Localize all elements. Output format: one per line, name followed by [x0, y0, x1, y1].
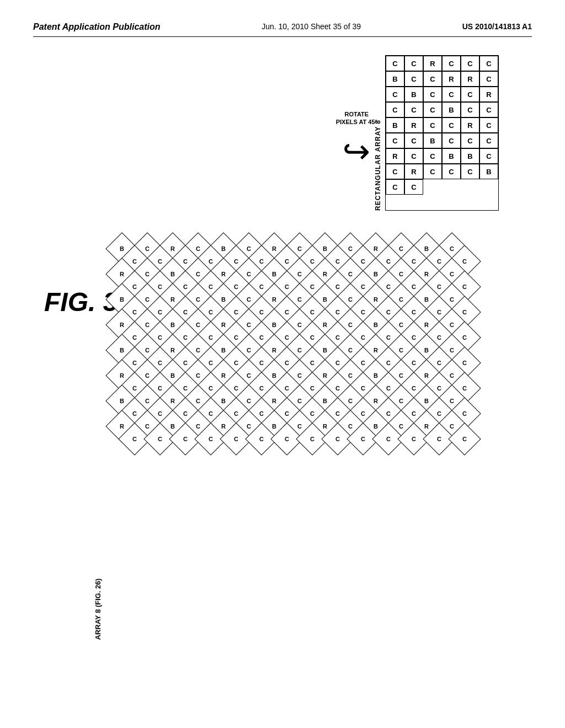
- diamond-cell-text: C: [247, 398, 251, 404]
- diamond-cell-text: C: [209, 334, 213, 341]
- rect-cell: C: [442, 164, 461, 179]
- rect-cell: R: [404, 117, 423, 133]
- diamond-cell-text: C: [132, 283, 137, 290]
- diamond-cell-text: R: [323, 322, 327, 328]
- diamond-cell-text: C: [183, 283, 188, 290]
- diamond-cell-text: C: [437, 283, 441, 290]
- diamond-cell-text: C: [145, 271, 150, 277]
- diamond-cell-text: C: [361, 258, 365, 265]
- diamond-cell-text: C: [259, 410, 264, 417]
- diamond-cell-text: B: [120, 296, 124, 303]
- diamond-cell-text: C: [158, 334, 162, 341]
- rect-cell: C: [386, 56, 404, 71]
- diamond-cell-text: C: [462, 385, 467, 392]
- diamond-cell-text: B: [424, 296, 429, 303]
- diamond-cell-text: B: [120, 245, 124, 252]
- publication-title: Patent Application Publication: [33, 22, 161, 32]
- diamond-cell-text: C: [310, 309, 315, 315]
- rect-cell: C: [404, 133, 423, 148]
- diamond-cell-text: B: [424, 245, 429, 252]
- diamond-cell-text: B: [170, 271, 175, 277]
- rect-cell: C: [386, 133, 404, 148]
- diamond-cell-text: B: [323, 398, 327, 404]
- diamond-cell-text: C: [285, 309, 289, 315]
- diamond-grid: BCRCBCRCBCRCBCCCCCCCCCCCCCCCRCBCRCBCRCBC…: [110, 237, 486, 678]
- diamond-cell-text: R: [120, 372, 124, 379]
- diamond-cell-text: B: [120, 347, 124, 354]
- diamond-cell-text: C: [259, 334, 264, 341]
- diamond-cell-text: C: [335, 410, 340, 417]
- diamond-cell-text: C: [361, 410, 365, 417]
- diamond-cell-text: C: [183, 410, 188, 417]
- rect-cell: C: [442, 133, 461, 148]
- diamond-cell-text: C: [234, 334, 238, 341]
- diamond-cell-text: C: [386, 334, 391, 341]
- diamond-cell-text: C: [259, 436, 264, 442]
- diamond-cell-text: C: [462, 334, 467, 341]
- diamond-cell-text: C: [247, 245, 251, 252]
- diamond-cell-text: B: [272, 423, 276, 430]
- rect-cell: C: [442, 56, 461, 71]
- rotate-label: ROTATEPIXELS AT 45°: [336, 110, 377, 126]
- diamond-cell-text: C: [145, 347, 150, 354]
- diamond-cell-text: C: [399, 423, 403, 430]
- diamond-cell-text: C: [183, 385, 188, 392]
- diamond-cell-text: C: [183, 360, 188, 366]
- diamond-cell-text: C: [450, 245, 454, 252]
- diamond-cell-text: C: [310, 334, 315, 341]
- diamond-cell-text: R: [170, 347, 175, 354]
- rotate-arrow-icon: ↩: [343, 132, 370, 170]
- diamond-cell-text: C: [462, 410, 467, 417]
- rect-cell: R: [423, 56, 442, 71]
- diamond-cell-text: B: [374, 271, 378, 277]
- diamond-cell-text: C: [209, 436, 213, 442]
- diamond-cell-text: C: [399, 322, 403, 328]
- diamond-cell-text: C: [361, 283, 365, 290]
- diamond-cell-text: C: [310, 258, 315, 265]
- rect-cell: R: [404, 164, 423, 179]
- rect-cell: C: [423, 148, 442, 164]
- diamond-cell-text: C: [285, 283, 289, 290]
- diamond-cell-text: B: [272, 372, 276, 379]
- diamond-cell-text: C: [285, 258, 289, 265]
- diamond-cell-text: C: [158, 258, 162, 265]
- diamond-cell-text: C: [297, 322, 302, 328]
- diamond-cell-text: C: [310, 385, 315, 392]
- diamond-cell-text: C: [234, 258, 238, 265]
- diamond-cell-text: C: [450, 271, 454, 277]
- diamond-cell-text: C: [310, 436, 315, 442]
- diamond-cell-text: R: [272, 347, 276, 354]
- diamond-cell-text: C: [132, 360, 137, 366]
- diamond-cell-text: C: [209, 283, 213, 290]
- diamond-cell-text: C: [196, 322, 200, 328]
- diamond-cell-text: C: [462, 360, 467, 366]
- diamond-cell-text: C: [145, 322, 150, 328]
- diamond-cell-text: C: [297, 245, 302, 252]
- diamond-cell-text: R: [374, 347, 378, 354]
- diamond-cell-text: C: [297, 372, 302, 379]
- diamond-cell-text: C: [132, 385, 137, 392]
- rect-cell: C: [442, 87, 461, 102]
- diamond-cell-text: C: [259, 258, 264, 265]
- diamond-cell-text: C: [259, 283, 264, 290]
- diamond-cell-text: C: [209, 309, 213, 315]
- diamond-cell-text: C: [450, 398, 454, 404]
- diamond-cell-text: C: [247, 347, 251, 354]
- rect-cell: C: [404, 71, 423, 87]
- diamond-cell-text: C: [310, 410, 315, 417]
- diamond-cell-text: C: [158, 436, 162, 442]
- diamond-cell-text: C: [183, 436, 188, 442]
- publication-date-sheet: Jun. 10, 2010 Sheet 35 of 39: [262, 22, 361, 31]
- diamond-cell-text: C: [145, 398, 150, 404]
- rect-cell: B: [442, 102, 461, 117]
- diamond-cell-text: B: [170, 372, 175, 379]
- diamond-cell-text: B: [221, 347, 226, 354]
- diamond-cell-text: R: [323, 423, 327, 430]
- rect-cell: C: [423, 87, 442, 102]
- rect-cell: C: [461, 56, 479, 71]
- diamond-cell-text: C: [132, 309, 137, 315]
- diamond-cell-text: C: [234, 436, 238, 442]
- rect-cell: R: [461, 71, 479, 87]
- rectangular-grid: CCRCCCBCCRRCCBCCCRCCCBCCBRCCRCCCBCCCRCCB…: [385, 55, 499, 211]
- diamond-cell-text: C: [259, 385, 264, 392]
